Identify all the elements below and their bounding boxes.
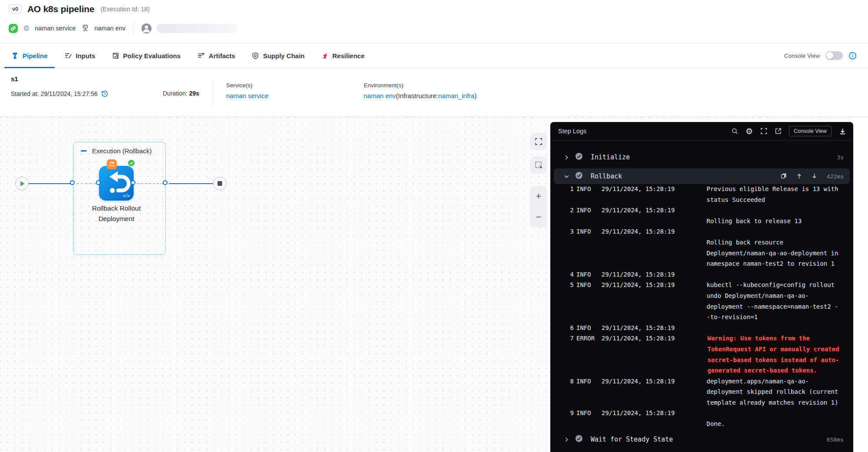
section-name: Initialize <box>591 153 630 161</box>
history-icon[interactable] <box>101 90 108 97</box>
tab-supply-chain[interactable]: Supply Chain <box>251 43 306 68</box>
log-settings-gear-icon[interactable]: ⚙ <box>746 127 753 135</box>
log-section-rollback[interactable]: Rollback 422ms <box>554 168 850 184</box>
artifacts-icon <box>197 52 205 59</box>
zoom-out-button[interactable]: − <box>536 212 542 222</box>
stage-name: s1 <box>11 75 18 82</box>
collapse-group-icon[interactable] <box>81 150 87 152</box>
scroll-to-bottom-icon[interactable] <box>812 172 817 181</box>
section-duration: 658ms <box>827 436 844 443</box>
infra-suffix: ) <box>474 92 477 99</box>
connector-dot <box>70 180 75 185</box>
tab-resilience[interactable]: Resilience <box>320 43 365 68</box>
user-avatar[interactable] <box>141 23 151 33</box>
log-line: generated secret-based tokens. <box>550 366 853 377</box>
pipeline-icon <box>11 52 19 59</box>
console-view-label: Console View <box>784 53 820 59</box>
step-success-icon <box>575 152 583 162</box>
log-fullscreen-icon[interactable] <box>760 128 767 135</box>
download-logs-icon[interactable] <box>839 128 846 135</box>
tab-artifacts[interactable]: Artifacts <box>196 43 236 68</box>
log-line: Rolling back to release 13 <box>550 217 853 228</box>
stage-summary-bar: s1 Started at: 29/11/2024, 15:27:56 Dura… <box>0 68 868 117</box>
redacted-user-email <box>157 24 237 33</box>
infrastructure-link[interactable]: naman_infra <box>438 92 474 99</box>
service-link[interactable]: naman service <box>226 92 269 99</box>
console-view-button[interactable]: Console View <box>789 126 832 136</box>
log-line: deployment --namespace=naman-test2 - <box>550 302 853 313</box>
chevron-right-icon[interactable] <box>564 155 569 160</box>
log-line: template already matches revision 1) <box>550 398 853 409</box>
tab-policy-evaluations[interactable]: Policy Evaluations <box>111 43 182 68</box>
connector-dot <box>131 180 135 185</box>
step-node-label[interactable]: Rollback Rollout Deployment <box>73 203 160 224</box>
console-view-toggle[interactable] <box>825 51 843 60</box>
copy-logs-icon[interactable] <box>781 172 787 181</box>
supply-chain-icon <box>252 52 259 59</box>
log-line: status Succeeded <box>550 195 853 206</box>
inputs-icon <box>64 52 72 59</box>
pipeline-start-node <box>15 177 29 190</box>
environment-rig-icon <box>81 24 89 33</box>
log-lines[interactable]: 1INFO29/11/2024, 15:28:19Previous eligib… <box>550 185 853 430</box>
rolling-deployment-badge-icon <box>107 159 117 169</box>
log-line: 1INFO29/11/2024, 15:28:19Previous eligib… <box>550 185 853 195</box>
log-search-icon[interactable] <box>731 128 738 135</box>
step-success-icon <box>575 435 583 444</box>
log-line: 8INFO29/11/2024, 15:28:19deployment.apps… <box>550 377 853 388</box>
rollback-step-node[interactable]: </> <box>99 166 134 201</box>
step-logs-header: Step Logs ⚙ Consol <box>550 122 853 141</box>
toggle-knob <box>826 52 833 59</box>
edge-group-to-end <box>169 183 213 184</box>
execution-id: (Execution Id: 18) <box>100 6 150 13</box>
stop-icon <box>217 181 222 186</box>
scroll-to-top-icon[interactable] <box>796 172 802 181</box>
log-line: 4INFO29/11/2024, 15:28:19 <box>550 270 853 281</box>
chevron-down-icon[interactable] <box>564 174 569 179</box>
log-line: 6INFO29/11/2024, 15:28:19 <box>550 323 853 334</box>
code-glyph: </> <box>123 194 130 198</box>
log-line: Deployment/naman-qa-ao-deployment in <box>550 249 853 260</box>
environment-link[interactable]: naman env <box>364 92 396 99</box>
zoom-in-button[interactable]: + <box>536 191 542 201</box>
section-name: Wait for Steady State <box>591 436 673 443</box>
play-icon <box>20 181 25 186</box>
fit-to-screen-button[interactable] <box>530 133 547 150</box>
log-line: namespace naman-test2 to revision 1 <box>550 259 853 270</box>
environments-label: Environment(s) <box>364 82 477 89</box>
step-logs-panel: Step Logs ⚙ Consol <box>550 122 853 452</box>
log-line: secret-based tokens instead of auto- <box>550 356 853 366</box>
open-in-new-tab-icon[interactable] <box>775 128 782 135</box>
chevron-right-icon[interactable] <box>564 437 569 442</box>
service-name[interactable]: naman service <box>35 25 76 32</box>
connector-dot <box>163 180 168 185</box>
infra-prefix: (Infrastructure: <box>396 92 438 99</box>
info-icon[interactable] <box>848 52 857 60</box>
version-badge: v0 <box>9 4 22 14</box>
log-line: 5INFO29/11/2024, 15:28:19kubectl --kubec… <box>550 280 853 291</box>
section-duration: 422ms <box>827 173 844 180</box>
step-success-badge-icon <box>127 159 135 167</box>
group-label: Execution (Rollback) <box>92 147 152 155</box>
pipeline-end-node <box>213 177 227 190</box>
edge-start-to-group <box>29 183 70 184</box>
app-window: v0 AO k8s pipeline (Execution Id: 18) ⚙ … <box>0 0 868 452</box>
marquee-select-button[interactable] <box>530 156 547 174</box>
step-success-icon <box>575 172 583 181</box>
policy-icon <box>112 52 119 59</box>
tab-pipeline[interactable]: Pipeline <box>10 43 49 68</box>
page-title: AO k8s pipeline <box>27 4 95 14</box>
duration-text: Duration: 29s <box>163 90 199 97</box>
step-logs-title: Step Logs <box>558 128 586 135</box>
environment-name[interactable]: naman env <box>95 25 126 32</box>
log-line: Rolling back resource <box>550 238 853 249</box>
log-line: 2INFO29/11/2024, 15:28:19 <box>550 206 853 217</box>
log-section-wait-for-steady-state[interactable]: Wait for Steady State 658ms <box>554 432 850 447</box>
page-header: v0 AO k8s pipeline (Execution Id: 18) ⚙ … <box>0 0 868 43</box>
log-section-initialize[interactable]: Initialize 3s <box>554 149 850 165</box>
log-line: undo Deployment/naman-qa-ao- <box>550 291 853 302</box>
header-divider <box>133 22 134 35</box>
tab-inputs[interactable]: Inputs <box>63 43 96 68</box>
connector-dot <box>96 180 101 185</box>
tab-bar: Pipeline Inputs Policy Evaluations <box>0 43 868 68</box>
